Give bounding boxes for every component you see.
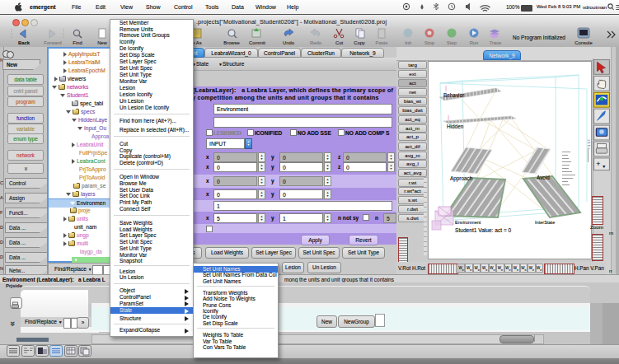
- svg-text:+: +: [596, 160, 600, 168]
- svg-text:▼: ▼: [602, 164, 606, 169]
- svg-text:Behavior: Behavior: [443, 92, 465, 98]
- svg-text:Hidden: Hidden: [447, 124, 464, 129]
- svg-text:Avoid: Avoid: [537, 175, 550, 180]
- svg-text:Student1 Value: act = 0: Student1 Value: act = 0: [455, 227, 512, 233]
- svg-text:Approach: Approach: [450, 175, 473, 182]
- svg-text:Environment: Environment: [455, 220, 481, 225]
- svg-text:InterState: InterState: [535, 220, 555, 225]
